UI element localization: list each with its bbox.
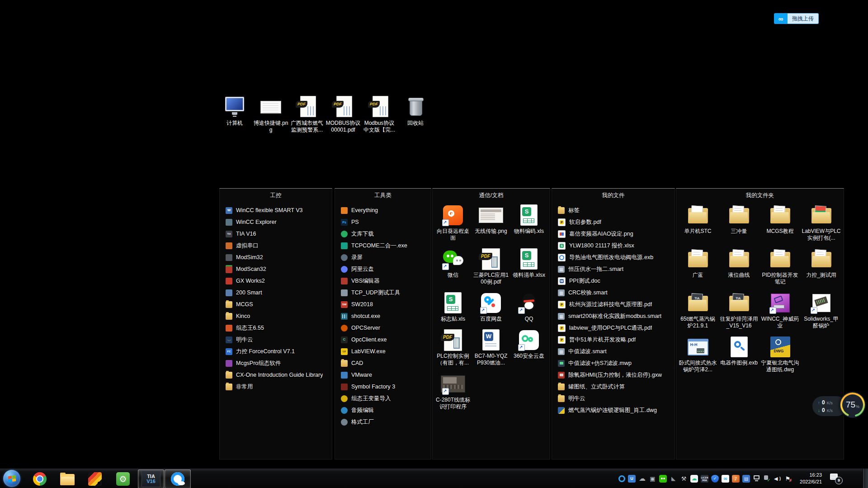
file-grid-item[interactable]: Solidworks_甲醛锅炉 — [802, 291, 841, 329]
file-list-item[interactable]: ModScan32 — [220, 263, 332, 275]
file-list-item[interactable]: PS — [335, 216, 431, 228]
file-grid-item[interactable]: PLC控制实例（有图，有... — [435, 328, 471, 366]
file-list-item[interactable]: OpcClient.exe — [335, 334, 431, 346]
file-grid-item[interactable]: 宁夏银北电气沟通图纸.dwg — [760, 335, 800, 373]
tray-icon[interactable] — [722, 475, 729, 483]
file-list-item[interactable]: 格式工厂 — [335, 416, 431, 428]
file-list-item[interactable]: 明牛云 — [552, 393, 675, 404]
file-list-item[interactable]: 虚拟串口 — [220, 240, 332, 251]
file-list-item[interactable]: 燃气蒸汽锅炉连锁逻辑图_肖工.dwg — [552, 404, 675, 416]
tray-icon[interactable] — [753, 475, 760, 483]
fence-title[interactable]: 我的文件夹 — [676, 190, 844, 201]
desktop-icon[interactable]: 博途快捷键.png — [253, 95, 289, 133]
file-grid-item[interactable]: PID控制器开发笔记 — [760, 247, 800, 285]
file-grid-item[interactable]: 无线传输.png — [475, 204, 507, 242]
file-list-item[interactable]: VBS编辑器 — [335, 275, 431, 287]
fence-title[interactable]: 通信/文档 — [433, 190, 550, 201]
tray-icon[interactable] — [628, 475, 636, 483]
file-list-item[interactable]: 中值滤波+仿S7滤波.mwp — [552, 357, 675, 369]
usage-percent-widget[interactable]: 75 % — [840, 392, 866, 418]
file-grid-item[interactable]: 360安全云盘 — [514, 328, 544, 366]
taskbar-chrome-button[interactable] — [33, 472, 47, 486]
file-list-item[interactable]: 罐图纸、立式卧式计算 — [552, 381, 675, 393]
tray-icon[interactable] — [774, 475, 781, 483]
tray-icon[interactable] — [784, 475, 792, 483]
file-list-item[interactable]: McgsPro组态软件 — [220, 357, 332, 369]
file-grid-item[interactable]: 单片机STC — [684, 204, 712, 242]
file-grid-item[interactable]: 微信 — [440, 247, 466, 285]
fence-title[interactable]: 工控 — [220, 190, 332, 201]
file-list-item[interactable]: 阿里云盘 — [335, 263, 431, 275]
file-list-item[interactable]: 非常用 — [220, 381, 332, 393]
file-grid-item[interactable]: 往复炉排菏泽用_V15_V16 — [719, 291, 759, 329]
file-grid-item[interactable]: WINCC_神威药业 — [760, 291, 800, 329]
file-list-item[interactable]: WinCC Explorer — [220, 216, 332, 228]
file-grid-item[interactable]: 广蓝 — [685, 247, 711, 285]
file-list-item[interactable]: 标签 — [552, 204, 675, 216]
file-list-item[interactable]: 音频编辑 — [335, 404, 431, 416]
file-list-item[interactable]: 软启参数.pdf — [552, 216, 675, 228]
file-grid-item[interactable]: 标志贴.xls — [440, 291, 466, 322]
desktop-icon[interactable]: Modbus协议中文版【完... — [361, 95, 397, 133]
file-list-item[interactable]: TCPCOME二合一.exe — [335, 240, 431, 251]
file-grid-item[interactable]: 三菱PLC应用100例.pdf — [473, 247, 509, 285]
desktop-icon[interactable]: 广西城市燃气监测预警系... — [289, 95, 325, 133]
taskbar-settings-utility-button[interactable] — [116, 472, 130, 486]
file-list-item[interactable]: VMware — [335, 369, 431, 381]
file-grid-item[interactable]: 向日葵远程桌面 — [435, 204, 471, 242]
tray-icon[interactable] — [649, 475, 656, 483]
file-list-item[interactable]: ModSim32 — [220, 251, 332, 263]
file-grid-item[interactable]: LabVIEW与PLC实例打包(... — [802, 204, 841, 242]
file-list-item[interactable]: Symbol Factory 3 — [335, 381, 431, 393]
show-desktop-button[interactable] — [863, 469, 868, 488]
desktop-icon[interactable]: MODBUS协议00001.pdf — [325, 95, 361, 133]
file-list-item[interactable]: labview_使用OPC与PLC通讯.pdf — [552, 322, 675, 334]
file-grid-item[interactable]: QQ — [516, 291, 542, 322]
file-list-item[interactable]: 导热油电气图纸改电动阀电源.exb — [552, 251, 675, 263]
file-grid-item[interactable]: 三冲量 — [726, 204, 752, 242]
file-list-item[interactable]: 杭州兴源过滤科技电气原理图.pdf — [552, 298, 675, 310]
file-list-item[interactable]: 恒压供水一拖二.smart — [552, 263, 675, 275]
tray-icon[interactable] — [763, 475, 771, 483]
file-list-item[interactable]: PPI测试.doc — [552, 275, 675, 287]
file-grid-item[interactable]: 65t燃气蒸汽锅炉21.9.1 — [678, 291, 718, 329]
taskbar-clock[interactable]: 16:23 2022/6/21 — [791, 472, 822, 485]
taskbar-stripes-utility-button[interactable] — [88, 472, 102, 486]
baidu-netdisk-upload-button[interactable]: ∞ 拖拽上传 — [774, 13, 819, 24]
file-list-item[interactable]: 除氧器HMI(压力控制，液位启停).gxw — [552, 369, 675, 381]
file-grid-item[interactable]: MCGS教程 — [767, 204, 794, 242]
file-list-item[interactable]: GX Works2 — [220, 275, 332, 287]
file-list-item[interactable]: 组态王6.55 — [220, 322, 332, 334]
file-list-item[interactable]: MCGS — [220, 298, 332, 310]
file-list-item[interactable]: shotcut.exe — [335, 310, 431, 322]
file-list-item[interactable]: 组态王变量导入 — [335, 393, 431, 404]
notification-center-button[interactable]: 9 — [830, 473, 843, 484]
file-list-item[interactable]: 中值滤波.smart — [552, 346, 675, 357]
tray-icon[interactable] — [701, 475, 708, 483]
file-list-item[interactable]: TCP_UDP测试工具 — [335, 287, 431, 298]
file-grid-item[interactable]: C-280T线缆标识打印程序 — [435, 372, 471, 410]
file-grid-item[interactable]: 物料编码.xls — [514, 204, 544, 242]
tray-icon[interactable] — [680, 475, 688, 483]
file-grid-item[interactable]: 领料清单.xlsx — [513, 247, 545, 285]
taskbar-tia-v16-button[interactable]: TIA V16 — [138, 469, 164, 488]
file-grid-item[interactable]: 液位曲线 — [726, 247, 752, 285]
file-list-item[interactable]: 文库下载 — [335, 228, 431, 240]
taskbar-qq-browser-button[interactable] — [165, 469, 191, 488]
desktop-icon[interactable]: 计算机 — [217, 95, 253, 133]
file-list-item[interactable]: Everything — [335, 204, 431, 216]
file-list-item[interactable]: smart200标准化实践新modbus.smart — [552, 310, 675, 322]
file-list-item[interactable]: WinCC flexible SMART V3 — [220, 204, 332, 216]
file-list-item[interactable]: CRC校验.smart — [552, 287, 675, 298]
file-grid-item[interactable]: 百度网盘 — [478, 291, 504, 322]
file-grid-item[interactable]: 卧式间接式热水锅炉菏泽2... — [678, 335, 718, 373]
file-list-item[interactable]: 录屏 — [335, 251, 431, 263]
file-list-item[interactable]: 普中51单片机开发攻略.pdf — [552, 334, 675, 346]
file-list-item[interactable]: CX-One Introduction Guide Library — [220, 369, 332, 381]
start-button[interactable] — [3, 470, 20, 487]
tray-icon[interactable] — [638, 475, 646, 483]
file-list-item[interactable]: OPCServer — [335, 322, 431, 334]
desktop-icon[interactable]: 回收站 — [397, 95, 434, 133]
file-list-item[interactable]: CAD — [335, 357, 431, 369]
file-list-item[interactable]: Kinco — [220, 310, 332, 322]
